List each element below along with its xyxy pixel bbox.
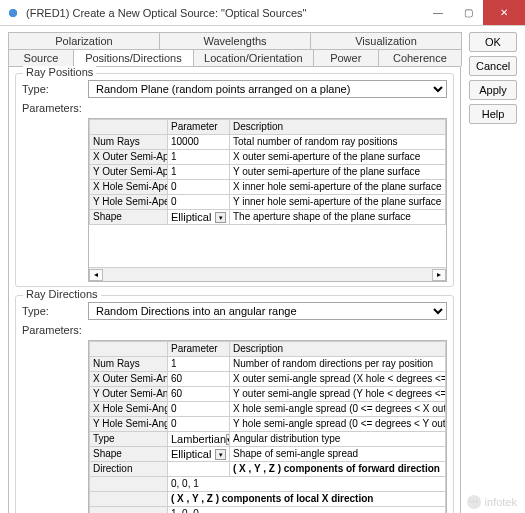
positions-header-row: Parameter Description <box>90 120 446 135</box>
directions-desc-cell: Y hole semi-angle spread (0 <= degrees <… <box>230 417 446 432</box>
tab-location-orientation[interactable]: Location/Orientation <box>193 49 314 66</box>
table-row: Direction( X , Y , Z ) components of for… <box>90 462 446 477</box>
ok-button[interactable]: OK <box>469 32 517 52</box>
positions-params-label: Parameters: <box>22 102 82 114</box>
tab-coherence[interactable]: Coherence <box>378 49 462 66</box>
positions-param-cell[interactable]: 1 <box>168 150 230 165</box>
table-row: Y Hole Semi-Ape0Y inner hole semi-apertu… <box>90 195 446 210</box>
positions-type-label: Type: <box>22 83 82 95</box>
directions-type-label: Type: <box>22 305 82 317</box>
group-ray-directions: Ray Directions Type: Random Directions i… <box>15 295 454 513</box>
directions-table: Parameter Description Num Rays1Number of… <box>88 340 447 513</box>
directions-desc-cell: X hole semi-angle spread (0 <= degrees <… <box>230 402 446 417</box>
directions-name-cell: Shape <box>90 447 168 462</box>
positions-desc-cell: Y inner hole semi-aperture of the plane … <box>230 195 446 210</box>
table-row: X Outer Semi-Ang60X outer semi-angle spr… <box>90 372 446 387</box>
cancel-button[interactable]: Cancel <box>469 56 517 76</box>
chevron-down-icon[interactable]: ▾ <box>226 434 229 445</box>
table-row: Y Outer Semi-Ape1Y outer semi-aperture o… <box>90 165 446 180</box>
table-row: ( X , Y , Z ) components of local X dire… <box>90 492 446 507</box>
tab-panel: Ray Positions Type: Random Plane (random… <box>8 66 461 513</box>
directions-param-cell[interactable]: 60 <box>168 372 230 387</box>
positions-param-cell[interactable]: 10000 <box>168 135 230 150</box>
window-title: (FRED1) Create a New Optical Source: "Op… <box>26 7 423 19</box>
directions-name-cell: Y Outer Semi-Ang <box>90 387 168 402</box>
directions-desc-cell: Number of random directions per ray posi… <box>230 357 446 372</box>
table-row: X Hole Semi-Ang0X hole semi-angle spread… <box>90 402 446 417</box>
directions-name-cell: Type <box>90 432 168 447</box>
directions-name-cell: Num Rays <box>90 357 168 372</box>
positions-name-cell: Num Rays <box>90 135 168 150</box>
directions-name-cell: Direction <box>90 462 168 477</box>
positions-desc-cell: Total number of random ray positions <box>230 135 446 150</box>
table-row: Num Rays1Number of random directions per… <box>90 357 446 372</box>
positions-desc-cell: X inner hole semi-aperture of the plane … <box>230 180 446 195</box>
positions-param-cell[interactable]: 1 <box>168 165 230 180</box>
tab-positions-directions[interactable]: Positions/Directions <box>73 49 194 66</box>
table-row: ShapeElliptical▾Shape of semi-angle spre… <box>90 447 446 462</box>
directions-param-cell[interactable]: 0 <box>168 417 230 432</box>
directions-param-cell[interactable]: Elliptical▾ <box>168 447 230 462</box>
table-row: TypeLambertian▾Angular distribution type <box>90 432 446 447</box>
directions-extra-cell: 0, 0, 1 <box>168 477 446 492</box>
help-button[interactable]: Help <box>469 104 517 124</box>
directions-type-select[interactable]: Random Directions into an angular range <box>88 302 447 320</box>
directions-param-cell[interactable]: 60 <box>168 387 230 402</box>
close-button[interactable]: ✕ <box>483 0 525 25</box>
chevron-down-icon[interactable]: ▾ <box>215 212 226 223</box>
table-row: X Outer Semi-Ape1X outer semi-aperture o… <box>90 150 446 165</box>
directions-desc-cell: ( X , Y , Z ) components of forward dire… <box>230 462 446 477</box>
scroll-right-icon[interactable]: ▸ <box>432 269 446 281</box>
table-row: ShapeElliptical▾The aperture shape of th… <box>90 210 446 225</box>
directions-param-cell[interactable]: Lambertian▾ <box>168 432 230 447</box>
positions-type-select[interactable]: Random Plane (random points arranged on … <box>88 80 447 98</box>
tab-wavelengths[interactable]: Wavelengths <box>159 32 311 49</box>
directions-desc-cell: Y outer semi-angle spread (Y hole < degr… <box>230 387 446 402</box>
wechat-icon: ⋯ <box>467 495 481 509</box>
positions-name-cell: X Outer Semi-Ape <box>90 150 168 165</box>
positions-name-cell: X Hole Semi-Ape <box>90 180 168 195</box>
directions-name-cell: Y Hole Semi-Ang <box>90 417 168 432</box>
directions-name-cell: X Outer Semi-Ang <box>90 372 168 387</box>
directions-param-cell[interactable]: 1 <box>168 357 230 372</box>
positions-param-cell[interactable]: 0 <box>168 195 230 210</box>
directions-extra-cell: ( X , Y , Z ) components of local X dire… <box>168 492 446 507</box>
table-row: Y Hole Semi-Ang0Y hole semi-angle spread… <box>90 417 446 432</box>
legend-ray-positions: Ray Positions <box>23 66 96 78</box>
table-row: 1, 0, 0 <box>90 507 446 514</box>
positions-name-cell: Y Hole Semi-Ape <box>90 195 168 210</box>
window-controls: — ▢ ✕ <box>423 0 525 25</box>
tab-power[interactable]: Power <box>313 49 379 66</box>
scroll-left-icon[interactable]: ◂ <box>89 269 103 281</box>
app-icon <box>6 6 20 20</box>
dialog-buttons: OK Cancel Apply Help <box>469 32 517 513</box>
tab-visualization[interactable]: Visualization <box>310 32 462 49</box>
directions-name-cell: X Hole Semi-Ang <box>90 402 168 417</box>
directions-param-cell[interactable] <box>168 462 230 477</box>
positions-name-cell: Y Outer Semi-Ape <box>90 165 168 180</box>
legend-ray-directions: Ray Directions <box>23 288 101 300</box>
minimize-button[interactable]: — <box>423 0 453 25</box>
table-row: 0, 0, 1 <box>90 477 446 492</box>
tab-polarization[interactable]: Polarization <box>8 32 160 49</box>
titlebar: (FRED1) Create a New Optical Source: "Op… <box>0 0 525 26</box>
directions-param-cell[interactable]: 0 <box>168 402 230 417</box>
maximize-button[interactable]: ▢ <box>453 0 483 25</box>
positions-hscroll[interactable]: ◂ ▸ <box>89 267 446 281</box>
directions-header-row: Parameter Description <box>90 342 446 357</box>
tabs-row-1: Polarization Wavelengths Visualization <box>8 32 461 49</box>
chevron-down-icon[interactable]: ▾ <box>215 449 226 460</box>
positions-name-cell: Shape <box>90 210 168 225</box>
apply-button[interactable]: Apply <box>469 80 517 100</box>
positions-param-cell[interactable]: 0 <box>168 180 230 195</box>
tab-source[interactable]: Source <box>8 49 74 66</box>
positions-desc-cell: Y outer semi-aperture of the plane surfa… <box>230 165 446 180</box>
positions-param-cell[interactable]: Elliptical▾ <box>168 210 230 225</box>
table-row: Y Outer Semi-Ang60Y outer semi-angle spr… <box>90 387 446 402</box>
directions-desc-cell: Shape of semi-angle spread <box>230 447 446 462</box>
table-row: Num Rays10000Total number of random ray … <box>90 135 446 150</box>
positions-table: Parameter Description Num Rays10000Total… <box>88 118 447 282</box>
directions-desc-cell: Angular distribution type <box>230 432 446 447</box>
positions-desc-cell: X outer semi-aperture of the plane surfa… <box>230 150 446 165</box>
positions-desc-cell: The aperture shape of the plane surface <box>230 210 446 225</box>
